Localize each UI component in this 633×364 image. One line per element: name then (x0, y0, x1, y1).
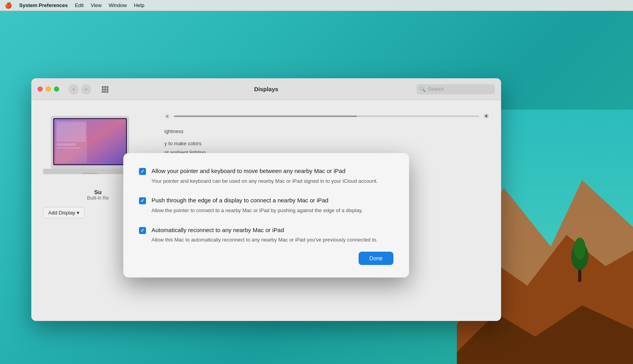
option-desc-3: Allow this Mac to automatically reconnec… (151, 236, 393, 244)
option-desc-1: Your pointer and keyboard can be used on… (151, 178, 393, 185)
apple-menu[interactable]: 🍎 (5, 2, 12, 9)
system-preferences-window: ‹ › Displays 🔍 Search (31, 78, 501, 321)
checkbox-pointer-keyboard[interactable]: ✓ (139, 168, 146, 175)
checkbox-push-edge[interactable]: ✓ (139, 197, 146, 204)
menu-window[interactable]: Window (109, 2, 127, 8)
modal-overlay: ✓ Allow your pointer and keyboard to mov… (31, 78, 501, 321)
svg-point-5 (571, 243, 588, 270)
option-title-1: Allow your pointer and keyboard to move … (151, 167, 345, 175)
svg-rect-4 (578, 262, 581, 282)
checkbox-auto-reconnect[interactable]: ✓ (139, 227, 146, 234)
option-header-1: ✓ Allow your pointer and keyboard to mov… (139, 167, 393, 175)
option-header-2: ✓ Push through the edge of a display to … (139, 196, 393, 204)
option-header-3: ✓ Automatically reconnect to any nearby … (139, 226, 393, 234)
modal-footer: Done (139, 252, 393, 265)
checkmark-icon-2: ✓ (141, 198, 144, 204)
option-desc-2: Allow the pointer to connect to a nearby… (151, 207, 393, 214)
app-name: System Preferences (19, 2, 68, 8)
svg-point-6 (574, 238, 586, 259)
menu-help[interactable]: Help (134, 2, 144, 8)
option-push-edge: ✓ Push through the edge of a display to … (139, 196, 393, 214)
option-auto-reconnect: ✓ Automatically reconnect to any nearby … (139, 226, 393, 244)
option-pointer-keyboard: ✓ Allow your pointer and keyboard to mov… (139, 167, 393, 185)
menu-view[interactable]: View (91, 2, 102, 8)
checkmark-icon-3: ✓ (141, 228, 144, 233)
option-title-2: Push through the edge of a display to co… (151, 196, 328, 204)
option-title-3: Automatically reconnect to any nearby Ma… (151, 226, 284, 234)
universal-control-modal: ✓ Allow your pointer and keyboard to mov… (123, 153, 409, 277)
menu-edit[interactable]: Edit (75, 2, 83, 8)
checkmark-icon: ✓ (141, 169, 144, 174)
menubar: 🍎 System Preferences Edit View Window He… (0, 0, 633, 11)
done-button[interactable]: Done (359, 252, 393, 265)
